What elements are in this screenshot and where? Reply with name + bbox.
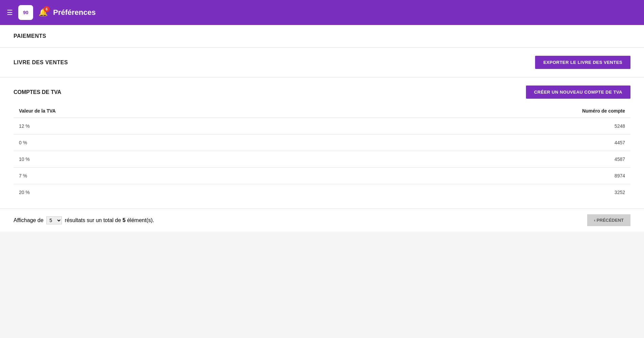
app-logo: 90 bbox=[18, 5, 33, 20]
paiements-title: PAIEMENTS bbox=[14, 33, 46, 39]
menu-icon[interactable]: ☰ bbox=[7, 8, 13, 17]
tva-value-cell: 10 % bbox=[14, 151, 303, 168]
tva-section-header: COMPTES DE TVA CRÉER UN NOUVEAU COMPTE D… bbox=[14, 86, 630, 99]
tva-value-cell: 12 % bbox=[14, 118, 303, 135]
page-title: Préférences bbox=[53, 8, 96, 17]
col-compte-header: Numéro de compte bbox=[303, 104, 630, 118]
comptes-de-tva-section: COMPTES DE TVA CRÉER UN NOUVEAU COMPTE D… bbox=[0, 77, 644, 209]
tva-table-header-row: Valeur de la TVA Numéro de compte bbox=[14, 104, 630, 118]
tva-value-cell: 20 % bbox=[14, 184, 303, 201]
per-page-select[interactable]: 5102550 bbox=[46, 216, 62, 224]
livre-des-ventes-title: LIVRE DES VENTES bbox=[14, 59, 68, 66]
tva-table-row: 0 %4457 bbox=[14, 135, 630, 151]
tva-table-row: 10 %4587 bbox=[14, 151, 630, 168]
pagination-total: 5 bbox=[122, 217, 125, 223]
pagination-prefix: Affichage de bbox=[14, 217, 44, 223]
tva-table-row: 12 %5248 bbox=[14, 118, 630, 135]
pagination-suffix: élément(s). bbox=[127, 217, 154, 223]
livre-des-ventes-section: LIVRE DES VENTES EXPORTER LE LIVRE DES V… bbox=[0, 48, 644, 77]
notification-badge: 6 bbox=[44, 6, 50, 12]
compte-value-cell: 8974 bbox=[303, 168, 630, 184]
pagination-bar: Affichage de 5102550 résultats sur un to… bbox=[0, 209, 644, 232]
pagination-info: Affichage de 5102550 résultats sur un to… bbox=[14, 216, 154, 224]
app-header: ☰ 90 🔔 6 Préférences bbox=[0, 0, 644, 25]
paiements-section: PAIEMENTS bbox=[0, 25, 644, 48]
tva-value-cell: 7 % bbox=[14, 168, 303, 184]
tva-table-row: 20 %3252 bbox=[14, 184, 630, 201]
comptes-de-tva-title: COMPTES DE TVA bbox=[14, 89, 61, 95]
compte-value-cell: 4587 bbox=[303, 151, 630, 168]
tva-table: Valeur de la TVA Numéro de compte 12 %52… bbox=[14, 104, 630, 200]
export-livre-button[interactable]: EXPORTER LE LIVRE DES VENTES bbox=[535, 56, 630, 69]
notification-bell[interactable]: 🔔 6 bbox=[39, 8, 48, 17]
pagination-middle: résultats sur un total de bbox=[65, 217, 121, 223]
compte-value-cell: 4457 bbox=[303, 135, 630, 151]
main-content: PAIEMENTS LIVRE DES VENTES EXPORTER LE L… bbox=[0, 25, 644, 232]
col-tva-header: Valeur de la TVA bbox=[14, 104, 303, 118]
tva-value-cell: 0 % bbox=[14, 135, 303, 151]
prev-button[interactable]: ‹ PRÉCÉDENT bbox=[587, 214, 630, 226]
compte-value-cell: 3252 bbox=[303, 184, 630, 201]
compte-value-cell: 5248 bbox=[303, 118, 630, 135]
create-tva-account-button[interactable]: CRÉER UN NOUVEAU COMPTE DE TVA bbox=[526, 86, 630, 99]
tva-table-row: 7 %8974 bbox=[14, 168, 630, 184]
